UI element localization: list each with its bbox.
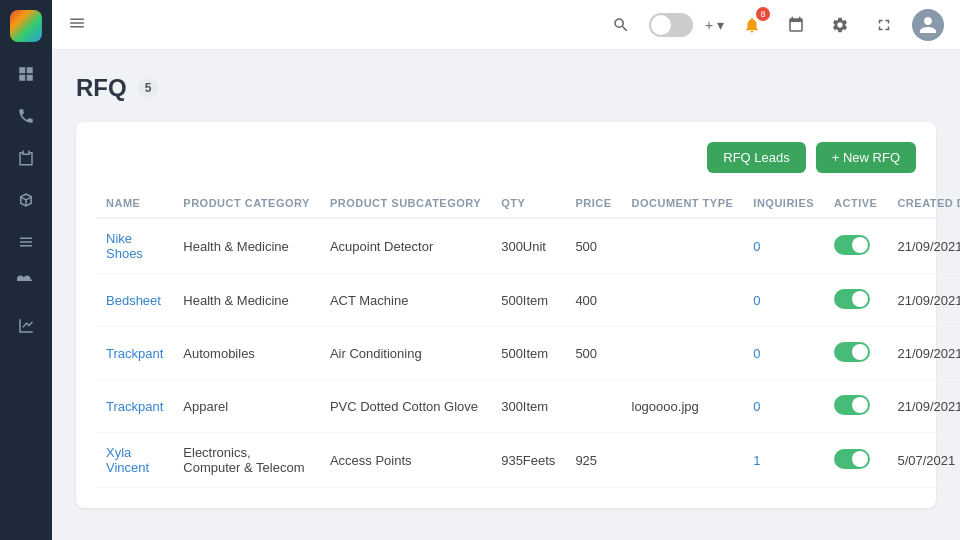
- cell-price-4: 925: [565, 433, 621, 488]
- toggle-active-3[interactable]: [834, 395, 870, 415]
- rfq-count-badge: 5: [137, 79, 160, 97]
- sidebar-item-dashboard[interactable]: [8, 56, 44, 92]
- cell-doctype-4: [622, 433, 744, 488]
- cell-qty-3: 300Item: [491, 380, 565, 433]
- cell-name-0[interactable]: Nike Shoes: [96, 218, 173, 274]
- cell-qty-4: 935Feets: [491, 433, 565, 488]
- cell-price-3: [565, 380, 621, 433]
- cell-active-1[interactable]: [824, 274, 887, 327]
- toggle-active-4[interactable]: [834, 449, 870, 469]
- page-header: RFQ 5: [76, 74, 936, 102]
- cell-qty-2: 500Item: [491, 327, 565, 380]
- page-content: RFQ 5 RFQ Leads + New RFQ NAME PRODUCT C…: [52, 50, 960, 540]
- cell-category-4: Electronics, Computer & Telecom: [173, 433, 320, 488]
- user-avatar[interactable]: [912, 9, 944, 41]
- cell-subcategory-0: Acupoint Detector: [320, 218, 491, 274]
- cell-date-4: 5/07/2021: [887, 433, 960, 488]
- col-active: ACTIVE: [824, 189, 887, 218]
- col-name: NAME: [96, 189, 173, 218]
- menu-icon[interactable]: [68, 14, 86, 36]
- table-header-row: NAME PRODUCT CATEGORY PRODUCT SUBCATEGOR…: [96, 189, 960, 218]
- main-content: + ▾ 8 RFQ 5 RFQ Leads + New RFQ: [52, 0, 960, 540]
- cell-subcategory-1: ACT Machine: [320, 274, 491, 327]
- col-price: PRICE: [565, 189, 621, 218]
- sidebar-item-rfq[interactable]: [8, 224, 44, 260]
- col-document-type: DOCUMENT TYPE: [622, 189, 744, 218]
- topbar: + ▾ 8: [52, 0, 960, 50]
- toggle-active-0[interactable]: [834, 235, 870, 255]
- cell-inquiries-2[interactable]: 0: [743, 327, 824, 380]
- cell-inquiries-0[interactable]: 0: [743, 218, 824, 274]
- toggle-active-2[interactable]: [834, 342, 870, 362]
- cell-subcategory-2: Air Conditioning: [320, 327, 491, 380]
- cell-qty-0: 300Unit: [491, 218, 565, 274]
- cell-qty-1: 500Item: [491, 274, 565, 327]
- col-qty: QTY: [491, 189, 565, 218]
- cell-doctype-3: logoooo.jpg: [622, 380, 744, 433]
- cell-active-4[interactable]: [824, 433, 887, 488]
- cell-inquiries-3[interactable]: 0: [743, 380, 824, 433]
- cell-name-2[interactable]: Trackpant: [96, 327, 173, 380]
- cell-category-3: Apparel: [173, 380, 320, 433]
- cell-category-2: Automobiles: [173, 327, 320, 380]
- cell-doctype-1: [622, 274, 744, 327]
- cell-category-0: Health & Medicine: [173, 218, 320, 274]
- col-inquiries: INQUIRIES: [743, 189, 824, 218]
- cell-price-1: 400: [565, 274, 621, 327]
- cell-date-2: 21/09/2021: [887, 327, 960, 380]
- cell-price-0: 500: [565, 218, 621, 274]
- add-button[interactable]: + ▾: [705, 17, 724, 33]
- table-row: Xyla Vincent Electronics, Computer & Tel…: [96, 433, 960, 488]
- toggle-active-1[interactable]: [834, 289, 870, 309]
- sidebar-item-analytics[interactable]: [8, 308, 44, 344]
- cell-date-1: 21/09/2021: [887, 274, 960, 327]
- table-row: Trackpant Automobiles Air Conditioning 5…: [96, 327, 960, 380]
- cell-doctype-2: [622, 327, 744, 380]
- cell-inquiries-1[interactable]: 0: [743, 274, 824, 327]
- cell-active-0[interactable]: [824, 218, 887, 274]
- cell-name-1[interactable]: Bedsheet: [96, 274, 173, 327]
- search-icon[interactable]: [605, 9, 637, 41]
- fullscreen-icon[interactable]: [868, 9, 900, 41]
- cell-active-3[interactable]: [824, 380, 887, 433]
- app-logo[interactable]: [10, 10, 42, 42]
- rfq-table: NAME PRODUCT CATEGORY PRODUCT SUBCATEGOR…: [96, 189, 960, 488]
- cell-date-3: 21/09/2021: [887, 380, 960, 433]
- table-row: Bedsheet Health & Medicine ACT Machine 5…: [96, 274, 960, 327]
- col-product-category: PRODUCT CATEGORY: [173, 189, 320, 218]
- col-created-date: CREATED DATE: [887, 189, 960, 218]
- notification-count: 8: [756, 7, 770, 21]
- cell-doctype-0: [622, 218, 744, 274]
- rfq-leads-button[interactable]: RFQ Leads: [707, 142, 805, 173]
- calendar-icon[interactable]: [780, 9, 812, 41]
- sidebar-item-products[interactable]: [8, 182, 44, 218]
- col-product-subcategory: PRODUCT SUBCATEGORY: [320, 189, 491, 218]
- sidebar-item-calls[interactable]: [8, 98, 44, 134]
- sidebar: [0, 0, 52, 540]
- cell-date-0: 21/09/2021: [887, 218, 960, 274]
- cell-subcategory-4: Access Points: [320, 433, 491, 488]
- sidebar-item-suppliers[interactable]: [8, 266, 44, 302]
- cell-category-1: Health & Medicine: [173, 274, 320, 327]
- table-actions: RFQ Leads + New RFQ: [96, 142, 916, 173]
- cell-inquiries-4[interactable]: 1: [743, 433, 824, 488]
- cell-subcategory-3: PVC Dotted Cotton Glove: [320, 380, 491, 433]
- table-card: RFQ Leads + New RFQ NAME PRODUCT CATEGOR…: [76, 122, 936, 508]
- table-row: Nike Shoes Health & Medicine Acupoint De…: [96, 218, 960, 274]
- cell-price-2: 500: [565, 327, 621, 380]
- table-row: Trackpant Apparel PVC Dotted Cotton Glov…: [96, 380, 960, 433]
- sidebar-item-orders[interactable]: [8, 140, 44, 176]
- cell-name-4[interactable]: Xyla Vincent: [96, 433, 173, 488]
- notification-bell[interactable]: 8: [736, 9, 768, 41]
- page-title: RFQ: [76, 74, 127, 102]
- settings-icon[interactable]: [824, 9, 856, 41]
- new-rfq-button[interactable]: + New RFQ: [816, 142, 916, 173]
- cell-name-3[interactable]: Trackpant: [96, 380, 173, 433]
- theme-toggle[interactable]: [649, 13, 693, 37]
- cell-active-2[interactable]: [824, 327, 887, 380]
